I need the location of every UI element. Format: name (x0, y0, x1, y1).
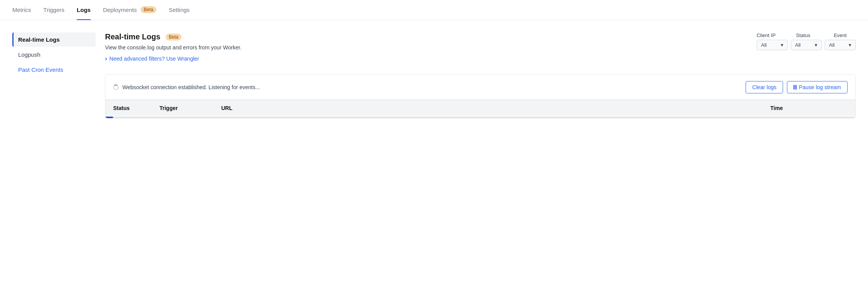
client-ip-value: All (761, 42, 766, 48)
tab-settings[interactable]: Settings (169, 0, 190, 20)
status-chevron-icon: ▾ (815, 42, 817, 48)
pause-bar-left (793, 85, 795, 90)
pause-bar-right (795, 85, 797, 90)
status-label: Status (788, 32, 819, 38)
content-left: Real-time Logs Beta View the console.log… (105, 32, 242, 62)
log-status-message: Websocket connection established. Listen… (122, 84, 260, 90)
status-dropdown[interactable]: All ▾ (791, 40, 822, 50)
event-value: All (829, 42, 834, 48)
client-ip-chevron-icon: ▾ (781, 42, 783, 48)
col-url: URL (221, 105, 770, 111)
col-time: Time (770, 105, 848, 111)
sidebar-item-logpush[interactable]: Logpush (12, 47, 96, 62)
pause-log-stream-button[interactable]: Pause log stream (787, 81, 848, 93)
content-beta-badge: Beta (166, 34, 181, 41)
client-ip-dropdown[interactable]: All ▾ (757, 40, 788, 50)
col-trigger: Trigger (159, 105, 221, 111)
col-status: Status (113, 105, 159, 111)
tab-deployments[interactable]: Deployments Beta (103, 0, 156, 20)
content-title-text: Real-time Logs (105, 32, 160, 41)
tab-deployments-label: Deployments (103, 7, 137, 13)
clear-logs-button[interactable]: Clear logs (746, 81, 783, 93)
log-status: Websocket connection established. Listen… (113, 84, 260, 90)
scroll-thumb (105, 117, 113, 118)
log-toolbar: Websocket connection established. Listen… (105, 75, 855, 100)
chevron-right-icon: › (105, 55, 107, 62)
filter-dropdowns: All ▾ All ▾ All ▾ (757, 40, 856, 50)
spinner-icon (113, 85, 119, 90)
status-value: All (795, 42, 800, 48)
horizontal-scrollbar[interactable] (105, 117, 855, 118)
event-dropdown[interactable]: All ▾ (825, 40, 856, 50)
filters-panel: Client IP Status Event All ▾ All ▾ All (751, 32, 856, 50)
wrangler-link-text: Need advanced filters? Use Wrangler (109, 56, 199, 62)
log-table-header: Status Trigger URL Time (105, 100, 855, 116)
event-chevron-icon: ▾ (849, 42, 851, 48)
sidebar: Real-time Logs Logpush Past Cron Events (12, 32, 105, 118)
tab-logs[interactable]: Logs (77, 0, 91, 20)
content-description: View the console.log output and errors f… (105, 44, 242, 51)
content-header: Real-time Logs Beta View the console.log… (105, 32, 856, 62)
pause-icon (793, 85, 797, 90)
sidebar-item-realtime-logs[interactable]: Real-time Logs (12, 32, 96, 47)
deployments-beta-badge: Beta (141, 6, 156, 13)
log-actions: Clear logs Pause log stream (746, 81, 848, 93)
filter-labels: Client IP Status Event (751, 32, 856, 38)
log-panel: Websocket connection established. Listen… (105, 74, 856, 118)
wrangler-link[interactable]: › Need advanced filters? Use Wrangler (105, 55, 242, 62)
top-nav: Metrics Triggers Logs Deployments Beta S… (0, 0, 868, 20)
tab-metrics[interactable]: Metrics (12, 0, 31, 20)
main-content: Real-time Logs Beta View the console.log… (105, 32, 856, 118)
pause-log-stream-label: Pause log stream (799, 84, 841, 90)
client-ip-label: Client IP (751, 32, 782, 38)
main-layout: Real-time Logs Logpush Past Cron Events … (0, 20, 868, 118)
tab-triggers[interactable]: Triggers (43, 0, 64, 20)
event-label: Event (825, 32, 856, 38)
sidebar-item-past-cron-events[interactable]: Past Cron Events (12, 63, 96, 77)
content-title-row: Real-time Logs Beta (105, 32, 242, 41)
